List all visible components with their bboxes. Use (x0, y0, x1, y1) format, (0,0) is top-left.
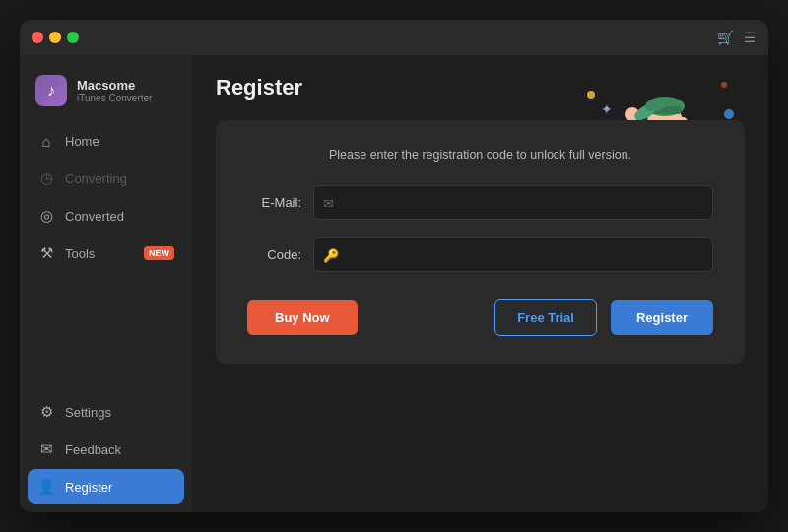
sidebar-item-register[interactable]: 👤 Register (28, 469, 184, 504)
sidebar-item-label: Converted (65, 209, 124, 224)
maximize-button[interactable] (67, 32, 79, 43)
email-icon: ✉ (323, 195, 334, 210)
brand-icon: ♪ (35, 75, 67, 106)
converting-icon: ◷ (37, 169, 55, 187)
sidebar-item-converted[interactable]: ◎ Converted (28, 198, 184, 233)
sidebar: ♪ Macsome iTunes Converter ⌂ Home ◷ Conv… (20, 55, 192, 512)
menu-icon[interactable]: ☰ (744, 30, 756, 45)
titlebar: 🛒 ☰ (20, 20, 768, 55)
free-trial-button[interactable]: Free Trial (494, 299, 597, 336)
svg-point-2 (721, 82, 727, 88)
sidebar-item-label: Settings (65, 405, 111, 420)
code-row: Code: 🔑 (247, 237, 713, 272)
cart-icon[interactable]: 🛒 (717, 30, 734, 45)
sidebar-item-home[interactable]: ⌂ Home (28, 124, 184, 159)
email-input-wrapper: ✉ (313, 185, 713, 220)
close-button[interactable] (32, 32, 43, 43)
brand-name: Macsome (77, 78, 152, 93)
sidebar-item-label: Feedback (65, 442, 121, 457)
home-icon: ⌂ (37, 133, 55, 150)
app-body: ♪ Macsome iTunes Converter ⌂ Home ◷ Conv… (20, 55, 768, 512)
sidebar-item-label: Home (65, 134, 99, 149)
main-content: Register ✦ ♪ (192, 55, 768, 512)
sidebar-brand: ♪ Macsome iTunes Converter (20, 65, 192, 124)
brand-text: Macsome iTunes Converter (77, 78, 152, 103)
sidebar-bottom: ⚙ Settings ✉ Feedback 👤 Register (20, 386, 192, 512)
email-row: E-Mail: ✉ (247, 185, 713, 220)
code-input-wrapper: 🔑 (313, 237, 713, 272)
settings-icon: ⚙ (37, 403, 55, 421)
email-label: E-Mail: (247, 195, 301, 210)
code-label: Code: (247, 247, 301, 262)
svg-text:✦: ✦ (601, 101, 613, 117)
sidebar-item-label: Register (65, 480, 112, 495)
new-badge: New (144, 246, 174, 260)
app-window: 🛒 ☰ ♪ Macsome iTunes Converter ⌂ Home (20, 20, 768, 512)
traffic-lights (32, 32, 79, 43)
register-icon: 👤 (37, 478, 55, 496)
form-actions: Buy Now Free Trial Register (247, 299, 713, 336)
register-card: Please enter the registration code to un… (216, 120, 745, 364)
sidebar-item-label: Converting (65, 171, 127, 186)
titlebar-actions: 🛒 ☰ (717, 30, 756, 45)
card-description: Please enter the registration code to un… (247, 148, 713, 162)
register-button[interactable]: Register (611, 300, 713, 335)
converted-icon: ◎ (37, 207, 55, 225)
tools-icon: ⚒ (37, 244, 55, 262)
sidebar-item-label: Tools (65, 246, 95, 261)
brand-subtitle: iTunes Converter (77, 93, 152, 103)
sidebar-item-converting: ◷ Converting (28, 161, 184, 196)
minimize-button[interactable] (49, 32, 61, 43)
sidebar-item-feedback[interactable]: ✉ Feedback (28, 432, 184, 467)
sidebar-item-tools[interactable]: ⚒ Tools New (28, 235, 184, 271)
svg-point-1 (724, 109, 734, 119)
email-input[interactable] (313, 185, 713, 220)
sidebar-item-settings[interactable]: ⚙ Settings (28, 394, 184, 430)
feedback-icon: ✉ (37, 440, 55, 458)
code-input[interactable] (313, 237, 713, 272)
key-icon: 🔑 (323, 247, 339, 262)
buy-now-button[interactable]: Buy Now (247, 300, 358, 335)
svg-point-0 (587, 91, 595, 99)
nav-items: ⌂ Home ◷ Converting ◎ Converted ⚒ Tools … (20, 124, 192, 386)
